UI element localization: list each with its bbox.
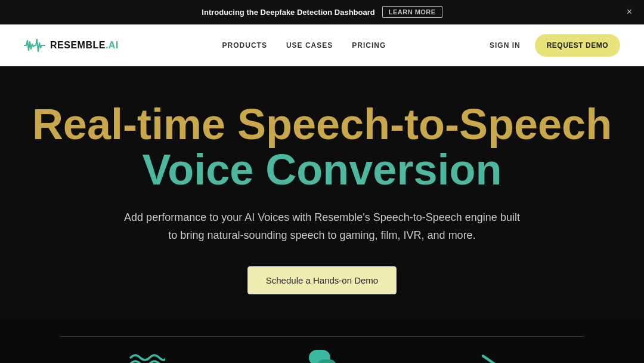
hero-title-part1: Real-time Speech-to-Speech: [32, 100, 612, 148]
nav-products[interactable]: PRODUCTS: [222, 41, 267, 50]
hero-title: Real-time Speech-to-Speech Voice Convers…: [24, 102, 620, 192]
terminal-icon-item: [479, 349, 515, 363]
hero-cta-button[interactable]: Schedule a Hands-on Demo: [247, 266, 397, 294]
request-demo-button[interactable]: REQUEST DEMO: [535, 34, 620, 57]
divider-section: [0, 318, 644, 337]
icons-row: [0, 337, 644, 363]
terminal-icon: [479, 349, 515, 363]
nav-use-cases[interactable]: USE CASES: [286, 41, 333, 50]
waves-icon: [129, 349, 165, 363]
nav-links: PRODUCTS USE CASES PRICING: [222, 41, 386, 50]
signin-link[interactable]: SIGN IN: [490, 41, 521, 50]
announcement-banner: Introducing the Deepfake Detection Dashb…: [0, 0, 644, 24]
chat-icon-item: [304, 349, 340, 363]
nav-right: SIGN IN REQUEST DEMO: [490, 34, 620, 57]
announcement-text: Introducing the Deepfake Detection Dashb…: [202, 8, 374, 17]
logo-text: RESEMBLE.AI: [50, 40, 119, 51]
waves-icon-item: [129, 349, 165, 363]
learn-more-button[interactable]: LEARN MORE: [382, 6, 442, 18]
hero-subtitle: Add performance to your AI Voices with R…: [119, 209, 525, 244]
announcement-text-strong: Introducing the Deepfake Detection Dashb…: [202, 8, 374, 17]
nav-pricing[interactable]: PRICING: [352, 41, 386, 50]
chat-bubbles-icon: [304, 349, 340, 363]
hero-title-part2: Voice Conversion: [143, 146, 502, 193]
navbar: RESEMBLE.AI PRODUCTS USE CASES PRICING S…: [0, 24, 644, 66]
hero-section: Real-time Speech-to-Speech Voice Convers…: [0, 66, 644, 318]
logo-waveform-icon: [24, 37, 45, 54]
close-banner-button[interactable]: ×: [627, 7, 632, 17]
logo[interactable]: RESEMBLE.AI: [24, 37, 119, 54]
